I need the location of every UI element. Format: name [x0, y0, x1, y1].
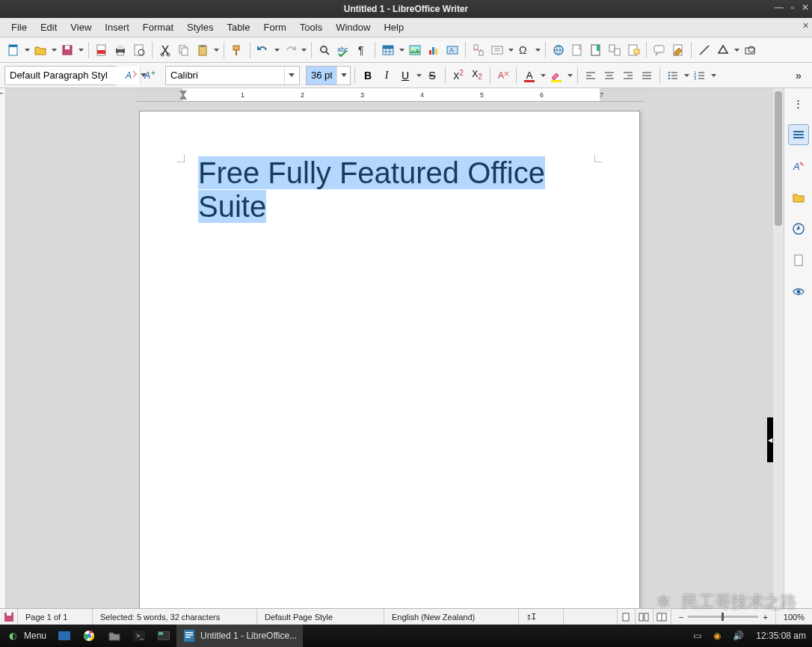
- sidebar-navigator-icon[interactable]: [788, 218, 809, 239]
- paste-dropdown[interactable]: [212, 41, 220, 59]
- superscript-button[interactable]: X2: [449, 67, 467, 85]
- insert-special-char-button[interactable]: Ω: [515, 41, 533, 59]
- status-selection-mode[interactable]: [564, 609, 618, 625]
- font-size-combo[interactable]: [306, 66, 351, 85]
- paragraph-style-input[interactable]: [5, 67, 140, 85]
- window-minimize-button[interactable]: —: [775, 2, 784, 13]
- basic-shapes-dropdown[interactable]: [733, 41, 740, 59]
- chrome-button[interactable]: [76, 625, 102, 647]
- strikethrough-button[interactable]: S: [423, 67, 441, 85]
- save-button[interactable]: [58, 41, 76, 59]
- align-center-button[interactable]: [600, 67, 618, 85]
- new-button[interactable]: [4, 41, 22, 59]
- insert-comment-button[interactable]: [624, 41, 642, 59]
- bold-button[interactable]: B: [359, 67, 377, 85]
- page[interactable]: Free Fully Featured Office Suite: [139, 111, 640, 608]
- horizontal-ruler[interactable]: 1 2 3 4 5 6 7: [136, 88, 645, 102]
- paste-button[interactable]: [194, 41, 212, 59]
- insert-table-button[interactable]: [379, 41, 397, 59]
- bookmark-button[interactable]: [587, 41, 605, 59]
- status-page[interactable]: Page 1 of 1: [18, 609, 93, 625]
- font-name-dropdown[interactable]: [284, 67, 298, 85]
- taskbar-active-window[interactable]: Untitled 1 - LibreOffice...: [176, 625, 303, 647]
- insert-special-char-dropdown[interactable]: [534, 41, 541, 59]
- find-replace-button[interactable]: [316, 41, 333, 59]
- update-style-button[interactable]: A: [123, 67, 141, 85]
- track-changes-comment-button[interactable]: [650, 41, 668, 59]
- insert-image-button[interactable]: [406, 41, 424, 59]
- toolbar-overflow-button[interactable]: »: [790, 67, 808, 85]
- footnote-button[interactable]: 1: [568, 41, 586, 59]
- terminal-button[interactable]: >_: [127, 625, 151, 647]
- bullet-list-button[interactable]: [664, 67, 682, 85]
- open-dropdown[interactable]: [50, 41, 58, 59]
- menu-tools[interactable]: Tools: [293, 19, 329, 35]
- menu-styles[interactable]: Styles: [180, 19, 220, 35]
- cut-button[interactable]: [156, 41, 174, 59]
- menu-help[interactable]: Help: [377, 19, 410, 35]
- basic-shapes-button[interactable]: [714, 41, 732, 59]
- align-justify-button[interactable]: [638, 67, 656, 85]
- window-maximize-button[interactable]: ▫: [791, 2, 794, 13]
- document-scroll-area[interactable]: Free Fully Featured Office Suite: [6, 102, 773, 608]
- font-name-combo[interactable]: [165, 66, 300, 85]
- new-style-button[interactable]: A+: [141, 67, 159, 85]
- menu-edit[interactable]: Edit: [34, 19, 64, 35]
- numbered-list-button[interactable]: 123: [691, 67, 709, 85]
- copy-button[interactable]: [175, 41, 193, 59]
- spellcheck-button[interactable]: abc: [334, 41, 352, 59]
- undo-dropdown[interactable]: [273, 41, 280, 59]
- subscript-button[interactable]: X2: [468, 67, 486, 85]
- redo-dropdown[interactable]: [300, 41, 307, 59]
- highlight-dropdown[interactable]: [566, 67, 573, 85]
- status-view-book-icon[interactable]: [653, 609, 671, 625]
- status-view-single-icon[interactable]: [618, 609, 636, 625]
- highlight-button[interactable]: [547, 67, 565, 85]
- new-dropdown[interactable]: [23, 41, 31, 59]
- menu-file[interactable]: File: [4, 19, 34, 35]
- font-size-input[interactable]: [307, 67, 336, 85]
- bullet-list-dropdown[interactable]: [683, 67, 690, 85]
- status-language[interactable]: English (New Zealand): [384, 609, 519, 625]
- status-view-multi-icon[interactable]: [636, 609, 653, 625]
- insert-field-button[interactable]: [488, 41, 506, 59]
- zoom-value[interactable]: 100%: [776, 609, 812, 625]
- numbered-list-dropdown[interactable]: [710, 67, 717, 85]
- font-size-dropdown[interactable]: [336, 67, 350, 85]
- formatting-marks-button[interactable]: ¶: [353, 41, 371, 59]
- document-close-button[interactable]: ✕: [802, 21, 809, 31]
- undo-button[interactable]: [254, 41, 272, 59]
- line-tool-button[interactable]: [695, 41, 713, 59]
- cross-reference-button[interactable]: [606, 41, 624, 59]
- paragraph-style-combo[interactable]: [4, 66, 117, 85]
- start-menu-button[interactable]: ◐ Menu: [0, 625, 52, 647]
- sidebar-settings-icon[interactable]: ⋮: [788, 93, 809, 114]
- italic-button[interactable]: I: [378, 67, 396, 85]
- insert-textbox-button[interactable]: A: [443, 41, 461, 59]
- insert-chart-button[interactable]: [425, 41, 443, 59]
- align-left-button[interactable]: [582, 67, 600, 85]
- save-dropdown[interactable]: [77, 41, 84, 59]
- sidebar-collapse-handle[interactable]: ◀: [767, 417, 773, 462]
- redo-button[interactable]: [281, 41, 299, 59]
- sidebar-inspector-icon[interactable]: [788, 281, 809, 302]
- page-break-button[interactable]: [470, 41, 487, 59]
- menu-view[interactable]: View: [64, 19, 98, 35]
- menu-table[interactable]: Table: [220, 19, 256, 35]
- tray-display-icon[interactable]: ▭: [687, 625, 707, 647]
- vertical-scrollbar[interactable]: [773, 88, 784, 608]
- menu-window[interactable]: Window: [329, 19, 377, 35]
- show-desktop-button[interactable]: [52, 625, 76, 647]
- draw-functions-button[interactable]: [741, 41, 759, 59]
- selected-text[interactable]: Free Fully Featured Office Suite: [198, 156, 545, 223]
- align-right-button[interactable]: [619, 67, 637, 85]
- font-color-dropdown[interactable]: [539, 67, 547, 85]
- menu-format[interactable]: Format: [136, 19, 180, 35]
- status-page-style[interactable]: Default Page Style: [257, 609, 384, 625]
- sidebar-gallery-icon[interactable]: [788, 187, 809, 208]
- insert-table-dropdown[interactable]: [398, 41, 405, 59]
- font-name-input[interactable]: [166, 67, 284, 85]
- workspace-switcher[interactable]: [151, 625, 176, 647]
- track-changes-button[interactable]: [669, 41, 687, 59]
- print-button[interactable]: [111, 41, 129, 59]
